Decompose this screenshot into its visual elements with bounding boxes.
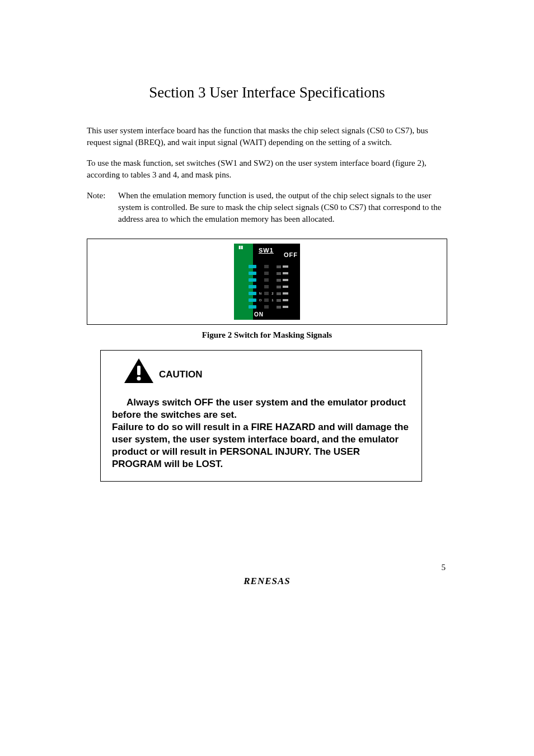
note-body: When the emulation memory function is us… — [118, 190, 447, 225]
dip-row — [249, 270, 293, 276]
pin-marker: ▮▮ — [238, 245, 243, 250]
brand-logo: RENESAS — [0, 576, 534, 587]
caution-text: Always switch OFF the user system and th… — [112, 396, 410, 471]
caution-icon: CAUTION — [123, 357, 410, 386]
section-title: Section 3 User Interface Specifications — [87, 84, 447, 101]
figure-caption: Figure 2 Switch for Masking Signals — [87, 330, 447, 340]
note-label: Note: — [87, 190, 118, 225]
caution-line1: Always switch OFF the user system and th… — [127, 397, 368, 408]
caution-box: CAUTION Always switch OFF the user syste… — [100, 350, 422, 482]
figure-2-box: ▮▮ SW1 OFF N2 O1 ON — [87, 239, 447, 325]
paragraph-1: This user system interface board has the… — [87, 125, 447, 148]
note-block: Note: When the emulation memory function… — [87, 190, 447, 225]
switch-photo: ▮▮ SW1 OFF N2 O1 ON — [234, 244, 300, 320]
dip-row — [249, 304, 293, 310]
off-label: OFF — [284, 251, 298, 258]
page-number: 5 — [442, 563, 446, 572]
caution-heading: CAUTION — [159, 369, 202, 380]
caution-rest: product before the switches are set. Fai… — [112, 397, 409, 469]
dip-row: N2 — [249, 291, 293, 296]
svg-rect-0 — [137, 366, 140, 375]
dip-row — [249, 284, 293, 290]
dip-row — [249, 264, 293, 269]
paragraph-2: To use the mask function, set switches (… — [87, 157, 447, 181]
sw1-label: SW1 — [259, 247, 274, 254]
dip-row — [249, 277, 293, 283]
svg-point-1 — [137, 377, 141, 381]
dip-row: O1 — [249, 297, 293, 303]
on-label: ON — [254, 311, 264, 318]
